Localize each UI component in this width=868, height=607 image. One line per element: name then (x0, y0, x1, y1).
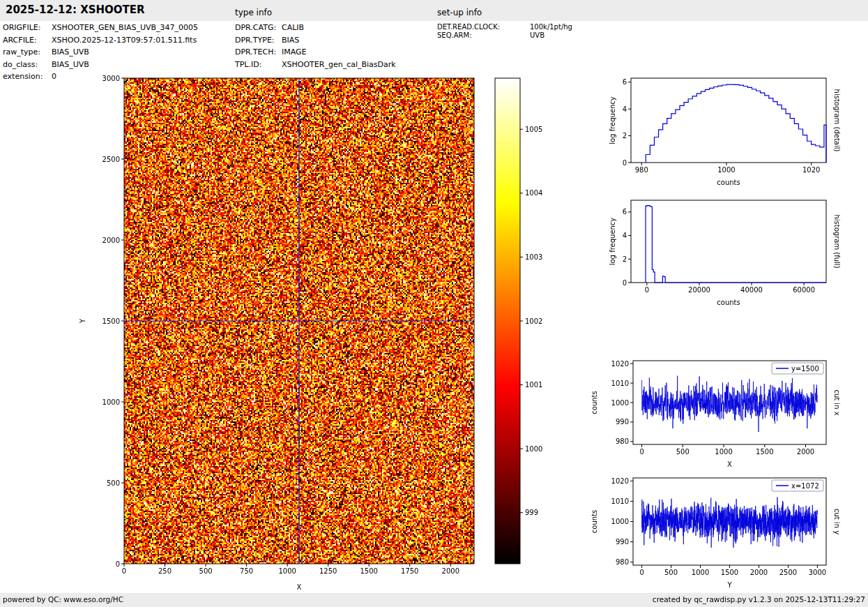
info-label: SEQ.ARM: (437, 31, 530, 40)
x-tick-label: 500 (676, 448, 690, 456)
colorbar-tick-label: 1000 (525, 445, 542, 453)
histogram-detail-plot: 980100010200246countslog frequencyhistog… (609, 78, 841, 186)
plot-frame (631, 200, 826, 283)
cut-line (642, 497, 818, 547)
y-tick-label: 990 (616, 418, 629, 426)
x-tick-label: 1250 (319, 567, 337, 575)
x-tick-label: 750 (240, 567, 253, 575)
setup-info-block: DET.READ.CLOCK: 100k/1pt/hg SEQ.ARM: UVB (437, 23, 572, 40)
x-tick-label: 0 (122, 567, 126, 575)
x-axis-label: X (727, 460, 732, 468)
info-row-dprtech: DPR.TECH: IMAGE (235, 47, 396, 60)
y-axis-label: log frequency (609, 218, 616, 266)
info-value: 100k/1pt/hg (530, 23, 572, 31)
y-tick-label: 6 (623, 78, 627, 86)
y-tick-label: 2500 (102, 156, 120, 163)
type-info-block: DPR.CATG: CALIB DPR.TYPE: BIAS DPR.TECH:… (235, 23, 396, 72)
footer-bar: powered by QC: www.eso.org/HC created by… (0, 593, 868, 607)
y-axis-label: counts (591, 391, 598, 414)
header-bar: 2025-12-12: XSHOOTER type info set-up in… (0, 0, 868, 21)
x-tick-label: 1000 (692, 569, 709, 576)
x-tick-label: 500 (664, 569, 678, 576)
colorbar-tick-label: 1004 (525, 189, 542, 197)
info-value: BIAS_UVB (52, 47, 89, 60)
y-axis-label: counts (591, 510, 598, 533)
y-tick-label: 500 (107, 479, 120, 487)
info-value: 0 (52, 72, 56, 84)
info-row-doclass: do_class: BIAS_UVB (3, 60, 198, 73)
y-axis-label: Y (79, 318, 86, 324)
y-tick-label: 2000 (102, 237, 120, 244)
x-tick-label: 0 (639, 448, 644, 456)
x-axis-label: X (297, 583, 302, 591)
legend-box (772, 480, 823, 491)
colorbar-tick-label: 1001 (525, 381, 542, 389)
right-axis-label: cut in x (833, 389, 841, 415)
x-tick-label: 60000 (793, 286, 815, 294)
y-tick-label: 990 (616, 538, 629, 546)
y-tick-label: 1020 (611, 477, 629, 485)
type-info-heading: type info (235, 8, 272, 17)
y-tick-label: 6 (623, 208, 627, 216)
x-axis-label: Y (726, 581, 732, 589)
info-label: ORIGFILE: (3, 23, 52, 36)
x-tick-label: 2500 (779, 569, 797, 576)
page-title: 2025-12-12: XSHOOTER (6, 3, 145, 16)
x-tick-label: 500 (199, 567, 213, 575)
x-tick-label: 1500 (756, 448, 773, 456)
info-value: XSHOOTER_gen_cal_BiasDark (282, 60, 396, 73)
histogram-line (646, 206, 826, 283)
x-tick-label: 20000 (688, 286, 710, 294)
info-label: ARCFILE: (3, 36, 52, 48)
x-tick-label: 1500 (721, 569, 738, 576)
footer-right-text: created by qc_rawdisp.py v1.2.3 on 2025-… (653, 595, 865, 604)
cut-in-y-plot: 0500100015002000250030009809901000101010… (591, 477, 841, 589)
colorbar (495, 78, 520, 564)
info-value: IMAGE (282, 47, 307, 60)
y-tick-label: 1000 (611, 518, 629, 525)
y-tick-label: 1010 (611, 497, 629, 505)
right-axis-label: cut in y (833, 509, 841, 534)
x-tick-label: 980 (635, 166, 648, 174)
file-info-block: ORIGFILE: XSHOOTER_GEN_BIAS_UVB_347_0005… (3, 23, 198, 84)
x-tick-label: 1000 (717, 166, 735, 174)
info-row-dprtype: DPR.TYPE: BIAS (235, 36, 396, 48)
y-tick-label: 2 (623, 255, 627, 263)
plot-frame (633, 361, 826, 444)
y-tick-label: 4 (623, 105, 627, 113)
setup-info-heading: set-up info (437, 8, 482, 17)
histogram-full-plot: 02000040000600000246countslog frequencyh… (609, 200, 841, 306)
info-value: BIAS (282, 36, 299, 48)
y-tick-label: 0 (116, 560, 120, 568)
x-tick-label: 2000 (797, 448, 814, 456)
x-tick-label: 2000 (442, 567, 459, 575)
info-label: extension: (3, 72, 52, 84)
y-tick-label: 1500 (102, 317, 120, 325)
y-tick-label: 1000 (102, 398, 120, 406)
y-axis-label: log frequency (609, 96, 616, 144)
info-label: DPR.TYPE: (235, 36, 282, 48)
y-tick-label: 2 (623, 132, 627, 140)
x-tick-label: 1020 (802, 166, 820, 174)
qc-report-page: 2025-12-12: XSHOOTER type info set-up in… (0, 0, 868, 607)
y-tick-label: 1010 (611, 380, 629, 387)
plot-frame (633, 478, 826, 565)
cut-in-x-plot: 0500100015002000980990100010101020Xcount… (591, 360, 841, 468)
footer-left-text: powered by QC: www.eso.org/HC (3, 595, 123, 604)
y-tick-label: 980 (616, 558, 629, 566)
colorbar-tick-label: 1002 (525, 317, 542, 325)
info-value: XSHOOTER_GEN_BIAS_UVB_347_0005 (52, 23, 198, 36)
info-label: DET.READ.CLOCK: (437, 23, 530, 31)
info-value: CALIB (282, 23, 304, 36)
x-tick-label: 0 (645, 286, 649, 294)
x-tick-label: 1500 (360, 567, 377, 575)
info-row-dprcatg: DPR.CATG: CALIB (235, 23, 396, 36)
x-tick-label: 1000 (278, 567, 296, 575)
info-row-rawtype: raw_type: BIAS_UVB (3, 47, 198, 60)
x-axis-label: counts (717, 179, 740, 186)
x-tick-label: 0 (639, 569, 644, 576)
info-row-arcfile: ARCFILE: XSHOO.2025-12-13T09:57:01.511.f… (3, 36, 198, 48)
info-row-origfile: ORIGFILE: XSHOOTER_GEN_BIAS_UVB_347_0005 (3, 23, 198, 36)
info-label: do_class: (3, 60, 52, 73)
bias-raw-image (124, 78, 474, 564)
